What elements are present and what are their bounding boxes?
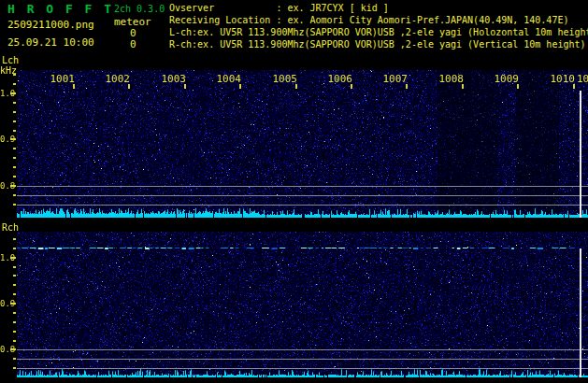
lch-freq-tick bbox=[13, 157, 16, 159]
time-axis-tick bbox=[573, 84, 575, 89]
time-axis-label-clipped: 1011 bbox=[577, 73, 588, 85]
app-title: H R O F F T bbox=[7, 2, 114, 16]
time-axis-label: 1002 bbox=[100, 73, 130, 85]
rch-freq-label: 0.9 bbox=[0, 299, 15, 308]
output-filename: 2509211000.png bbox=[7, 19, 94, 31]
mode-version-label: 2ch 0.3.0 bbox=[114, 4, 165, 14]
location-line: Receiving Location : ex. Aomori City Aom… bbox=[169, 14, 588, 26]
rch-freq-tick bbox=[13, 321, 16, 323]
lch-freq-tick bbox=[13, 121, 16, 122]
rch-channel-label: Rch bbox=[2, 222, 19, 233]
lch-freq-tick bbox=[13, 166, 16, 168]
rch-freq-label: 0.8 bbox=[0, 345, 15, 354]
lch-cursor-line bbox=[580, 91, 581, 218]
time-axis-tick bbox=[517, 84, 519, 89]
lch-channel-label: Lch bbox=[2, 55, 19, 65]
lch-freq-tick bbox=[13, 83, 16, 85]
datetime-label: 25.09.21 10:00 bbox=[7, 36, 94, 49]
rch-freq-tick bbox=[13, 266, 16, 268]
time-axis-label: 1008 bbox=[434, 73, 464, 85]
rch-cursor-line bbox=[580, 248, 581, 377]
rch-freq-tick bbox=[13, 331, 16, 333]
lch-freq-label: 1.0 bbox=[0, 89, 15, 98]
lch-reference-line bbox=[17, 195, 588, 196]
meteor-count-bottom: 0 bbox=[130, 38, 136, 50]
rch-freq-tick bbox=[13, 293, 16, 295]
lch-freq-tick bbox=[13, 74, 16, 76]
time-axis-tick bbox=[462, 84, 464, 89]
time-axis-label: 1007 bbox=[378, 73, 408, 85]
rch-reference-line bbox=[17, 368, 588, 369]
rch-freq-tick bbox=[13, 238, 16, 240]
rch-reference-line bbox=[17, 359, 588, 360]
rch-freq-tick bbox=[13, 248, 16, 249]
rch-reference-line bbox=[17, 349, 588, 350]
time-axis-tick bbox=[351, 84, 352, 89]
lch-reference-line bbox=[17, 205, 588, 206]
lch-freq-tick bbox=[13, 111, 16, 113]
lch-freq-tick bbox=[13, 194, 16, 196]
time-axis-tick bbox=[184, 84, 186, 89]
time-axis-tick bbox=[128, 84, 130, 89]
rch-freq-tick bbox=[13, 312, 16, 314]
time-axis-label: 1001 bbox=[45, 73, 75, 85]
time-axis-tick bbox=[239, 84, 241, 89]
time-axis-label: 1006 bbox=[323, 73, 352, 85]
rch-freq-tick bbox=[13, 340, 16, 342]
time-axis-tick bbox=[406, 84, 408, 89]
rch-freq-tick bbox=[13, 275, 16, 277]
time-axis-label: 1004 bbox=[211, 73, 241, 85]
rch-freq-tick bbox=[13, 284, 16, 286]
time-axis-label: 1010 bbox=[545, 73, 575, 85]
time-axis-label: 1009 bbox=[489, 73, 519, 85]
hrofft-screen: H R O F F T 2ch 0.3.0 2509211000.png met… bbox=[0, 0, 588, 383]
time-axis-tick bbox=[73, 84, 75, 89]
rch-freq-tick bbox=[13, 358, 16, 360]
lch-freq-tick bbox=[13, 130, 16, 132]
time-axis-label: 1005 bbox=[267, 73, 297, 85]
rch-freq-tick bbox=[13, 367, 16, 369]
time-axis-label: 1003 bbox=[156, 73, 186, 85]
lch-freq-label: 0.9 bbox=[0, 135, 15, 144]
lch-freq-label: 0.8 bbox=[0, 181, 15, 191]
lch-freq-tick bbox=[13, 102, 16, 104]
rch-spectrogram bbox=[17, 232, 588, 377]
rch-setup-line: R-ch:ex. UV5R 113.900Mhz(SAPPORO VOR)USB… bbox=[169, 38, 588, 50]
rch-freq-label: 1.0 bbox=[0, 253, 15, 262]
lch-setup-line: L-ch:ex. UV5R 113.900Mhz(SAPPORO VOR)USB… bbox=[169, 26, 588, 38]
lch-freq-tick bbox=[13, 148, 16, 149]
observer-line: Ovserver : ex. JR7CYX [ kid ] bbox=[169, 2, 588, 14]
lch-freq-tick bbox=[13, 204, 16, 206]
time-axis-tick bbox=[295, 84, 297, 89]
lch-reference-line bbox=[17, 186, 588, 187]
lch-freq-tick bbox=[13, 176, 16, 177]
station-info-block: Ovserver : ex. JR7CYX [ kid ] Receiving … bbox=[169, 2, 588, 50]
